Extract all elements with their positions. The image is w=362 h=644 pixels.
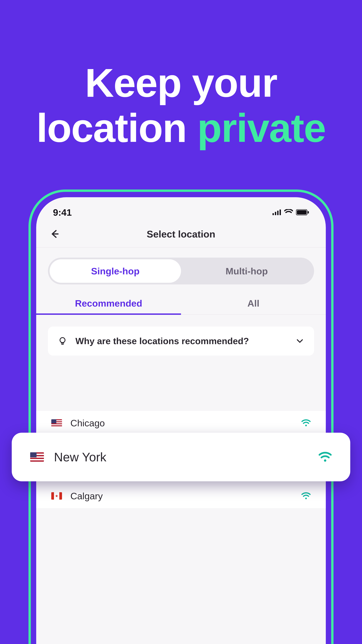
hop-segmented-control: Single-hop Multi-hop: [48, 258, 314, 284]
nav-bar: Select location: [36, 221, 326, 248]
location-tabs: Recommended All: [36, 291, 326, 315]
selected-city-label: New York: [54, 450, 308, 464]
cellular-icon: [273, 210, 281, 215]
status-bar: 9:41: [36, 197, 326, 221]
segment-multi-hop[interactable]: Multi-hop: [181, 259, 312, 283]
svg-point-12: [324, 459, 326, 462]
location-row[interactable]: Chicago: [36, 411, 326, 435]
chevron-down-icon: [296, 337, 304, 345]
page-title: Select location: [147, 228, 215, 240]
svg-point-7: [60, 338, 65, 343]
marketing-headline: Keep your location private: [0, 60, 362, 150]
phone-screen: 9:41 Select location Single-hop Multi-ho…: [36, 197, 326, 644]
svg-point-8: [305, 425, 307, 426]
info-text: Why are these locations recommended?: [75, 335, 287, 347]
svg-rect-1: [275, 212, 276, 215]
svg-rect-0: [273, 213, 274, 215]
status-time: 9:41: [53, 207, 72, 218]
svg-point-11: [305, 498, 307, 499]
signal-strength-icon: [301, 492, 311, 500]
flag-us-icon: [51, 419, 62, 427]
location-row[interactable]: Calgary: [36, 484, 326, 508]
city-label: Calgary: [70, 490, 293, 502]
headline-accent: private: [197, 106, 326, 150]
flag-us-icon: [30, 452, 44, 462]
wifi-status-icon: [284, 209, 293, 216]
lightbulb-icon: [58, 336, 67, 346]
signal-strength-icon: [301, 419, 311, 427]
battery-icon: [296, 209, 309, 215]
city-label: Chicago: [70, 418, 293, 428]
arrow-left-icon: [49, 228, 60, 239]
svg-rect-5: [297, 210, 307, 214]
tab-all[interactable]: All: [181, 291, 326, 314]
svg-rect-2: [277, 211, 279, 215]
signal-strength-icon: [319, 452, 332, 462]
headline-line1: Keep your: [85, 60, 277, 105]
segment-single-hop[interactable]: Single-hop: [50, 259, 181, 283]
selected-location-card[interactable]: New York: [12, 433, 350, 481]
headline-line2a: location: [36, 106, 197, 150]
status-icons: [273, 209, 309, 216]
tab-recommended[interactable]: Recommended: [36, 291, 181, 314]
flag-ca-icon: [51, 492, 62, 500]
back-button[interactable]: [48, 227, 61, 241]
svg-rect-3: [280, 210, 281, 215]
svg-rect-6: [308, 211, 309, 214]
info-disclosure[interactable]: Why are these locations recommended?: [48, 326, 314, 356]
